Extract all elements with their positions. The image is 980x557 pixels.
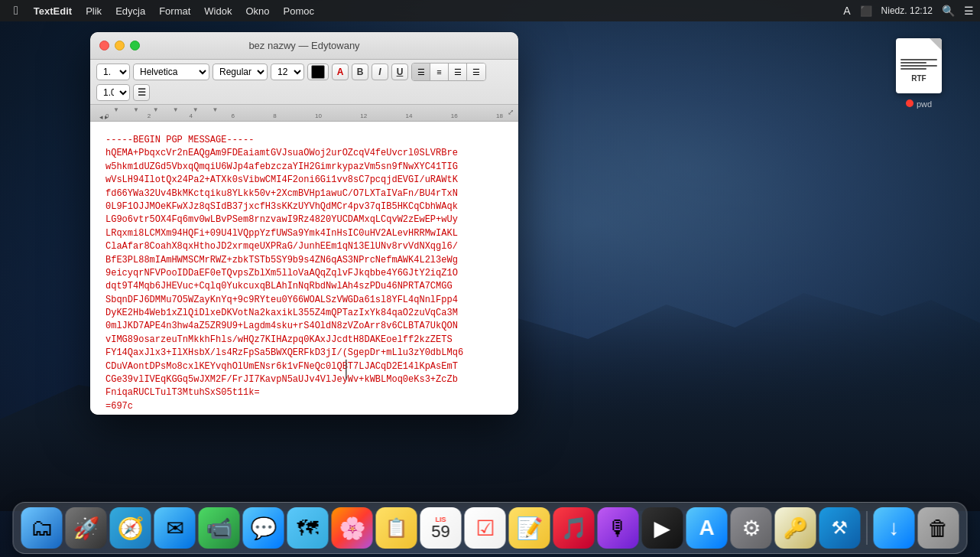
- launchpad-icon: 🚀: [73, 516, 99, 541]
- dock-app-safari[interactable]: 🧭: [110, 507, 151, 549]
- close-button[interactable]: [99, 41, 109, 50]
- align-center-button[interactable]: ≡: [430, 64, 449, 80]
- minimize-button[interactable]: [115, 41, 125, 50]
- systemprefs-icon: ⚙: [741, 516, 761, 541]
- rtf-icon-graphic: RTF: [896, 38, 942, 93]
- dock-app-notes[interactable]: 📝: [509, 507, 550, 549]
- rtf-line-2: [900, 62, 926, 64]
- appletv-icon: ▶: [654, 516, 671, 541]
- dock: 🗂 🚀 🧭 ✉ 📹 💬 🗺 🌸 📋 LIS 59 ☑ 📝: [13, 502, 968, 554]
- maps-icon: 🗺: [297, 516, 319, 541]
- keychain-icon: 🔑: [784, 516, 808, 540]
- search-icon[interactable]: 🔍: [942, 5, 955, 17]
- document-content[interactable]: -----BEGIN PGP MESSAGE----- hQEMA+PbqxcV…: [90, 122, 518, 415]
- notes-icon: 📝: [516, 516, 543, 541]
- ruler-zoom-button[interactable]: ⤢: [508, 108, 514, 116]
- rtf-line-3: [900, 65, 937, 67]
- menu-edycja[interactable]: Edycja: [109, 4, 151, 18]
- dock-app-launchpad[interactable]: 🚀: [66, 507, 107, 549]
- dock-app-finder[interactable]: 🗂: [21, 507, 63, 549]
- rtf-icon-inner: RTF: [896, 53, 942, 86]
- menu-format[interactable]: Format: [153, 4, 196, 18]
- bold-label: B: [357, 67, 364, 77]
- font-size-select[interactable]: 12: [271, 64, 304, 80]
- dock-app-stickies[interactable]: 📋: [376, 507, 417, 549]
- dock-app-calendar[interactable]: LIS 59: [420, 507, 462, 549]
- dock-app-xcode[interactable]: ⚒: [819, 507, 861, 549]
- italic-button[interactable]: I: [372, 64, 388, 80]
- desktop-file-name: pwd: [917, 99, 932, 109]
- trash-icon: 🗑: [928, 516, 949, 541]
- dock-app-keychain[interactable]: 🔑: [775, 507, 816, 549]
- messages-icon: 💬: [250, 516, 277, 541]
- photos-icon: 🌸: [339, 516, 365, 541]
- window-title: bez nazwy — Edytowany: [248, 40, 359, 51]
- rtf-line-1: [900, 59, 937, 60]
- pwd-dot-icon: [906, 99, 913, 107]
- font-color-a-label: A: [337, 67, 344, 77]
- ruler-tabs: ▼ ▼ ▼ ▼ ▼ ▼: [113, 106, 219, 113]
- window-titlebar: bez nazwy — Edytowany: [90, 32, 518, 60]
- traffic-lights: [99, 41, 140, 50]
- menu-okno[interactable]: Okno: [239, 4, 275, 18]
- rtf-line-4: [900, 68, 926, 70]
- dock-app-facetime[interactable]: 📹: [199, 507, 240, 549]
- calendar-inner: LIS 59: [431, 516, 449, 540]
- dock-app-reminders[interactable]: ☑: [465, 507, 506, 549]
- align-justify-button[interactable]: ☰: [467, 64, 485, 80]
- textedit-window: bez nazwy — Edytowany 1. Helvetica Regul…: [90, 32, 518, 415]
- dock-app-messages[interactable]: 💬: [243, 507, 284, 549]
- list-type-select[interactable]: 1.: [96, 64, 130, 80]
- align-group: ☰ ≡ ☰ ☰: [411, 63, 486, 81]
- font-color-button[interactable]: A: [332, 64, 349, 80]
- music-icon: 🎵: [560, 516, 587, 541]
- pgp-body-text: hQEMA+PbqxcVr2nEAQgAm9FDEaiamtGVJsuaOWoj…: [105, 147, 503, 413]
- calendar-day: 59: [431, 523, 449, 540]
- menubar-time: Niedz. 12:12: [881, 5, 933, 16]
- finder-icon: 🗂: [31, 515, 54, 541]
- app-menu-textedit[interactable]: TextEdit: [28, 4, 78, 18]
- window-ruler: ◂ ▸ 024681012141618 ▼ ▼ ▼ ▼ ▼ ▼ ⤢: [90, 105, 518, 122]
- font-style-select[interactable]: Regular: [213, 64, 268, 80]
- safari-icon: 🧭: [117, 516, 144, 541]
- reminders-icon: ☑: [475, 516, 495, 541]
- menubar-right: A ⬛ Niedz. 12:12 🔍 ☰: [843, 5, 974, 17]
- underline-button[interactable]: U: [391, 64, 408, 80]
- xcode-icon: ⚒: [832, 517, 849, 539]
- dock-app-mail[interactable]: ✉: [154, 507, 196, 549]
- maximize-button[interactable]: [130, 41, 140, 50]
- color-swatch: [311, 65, 325, 79]
- dock-app-appletv[interactable]: ▶: [642, 507, 683, 549]
- line-spacing-select[interactable]: 1.0: [96, 84, 130, 101]
- dock-app-photos[interactable]: 🌸: [332, 507, 373, 549]
- font-family-select[interactable]: Helvetica: [133, 64, 209, 80]
- dock-app-maps[interactable]: 🗺: [287, 507, 329, 549]
- menu-plik[interactable]: Plik: [80, 4, 108, 18]
- bold-button[interactable]: B: [352, 64, 368, 80]
- desktop-rtf-file[interactable]: RTF pwd: [888, 38, 949, 109]
- menu-widok[interactable]: Widok: [198, 4, 238, 18]
- align-right-button[interactable]: ☰: [449, 64, 467, 80]
- display-icon: ⬛: [860, 5, 872, 17]
- ruler-left-arrow: ◂: [99, 113, 103, 121]
- apple-menu[interactable]: : [6, 2, 26, 19]
- align-left-button[interactable]: ☰: [412, 64, 430, 80]
- dock-app-appstore[interactable]: A: [686, 507, 728, 549]
- list-style-button[interactable]: ☰: [133, 84, 150, 101]
- mail-icon: ✉: [166, 516, 183, 541]
- menu-pomoc[interactable]: Pomoc: [277, 4, 320, 18]
- dock-app-systemprefs[interactable]: ⚙: [731, 507, 772, 549]
- font-icon: A: [843, 5, 850, 17]
- underline-label: U: [397, 67, 404, 77]
- dock-app-music[interactable]: 🎵: [553, 507, 595, 549]
- menubar:  TextEdit Plik Edycja Format Widok Okno…: [0, 0, 980, 21]
- dock-app-trash[interactable]: 🗑: [918, 507, 959, 549]
- downloads-icon: ↓: [889, 516, 900, 540]
- dock-app-podcasts[interactable]: 🎙: [598, 507, 639, 549]
- list-icon[interactable]: ☰: [964, 5, 974, 17]
- dock-separator: [867, 511, 868, 545]
- italic-label: I: [378, 67, 381, 77]
- text-color-button[interactable]: [307, 64, 329, 80]
- dock-app-downloads[interactable]: ↓: [874, 507, 915, 549]
- podcasts-icon: 🎙: [608, 516, 629, 541]
